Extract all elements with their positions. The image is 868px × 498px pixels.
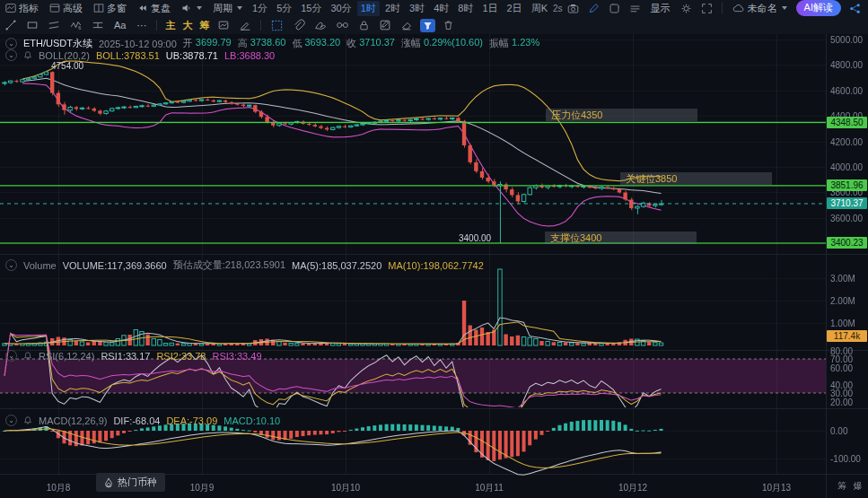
main-chart-canvas[interactable] bbox=[0, 34, 868, 498]
brush-icon bbox=[314, 19, 327, 31]
timeframe-3时[interactable]: 3时 bbox=[406, 1, 428, 16]
drawing-toolbar: 6 Aa ⋯ 主 大 筹 bbox=[0, 16, 868, 35]
list-button[interactable] bbox=[625, 3, 645, 14]
timeframe-8时[interactable]: 8时 bbox=[454, 1, 477, 16]
timeframe-30分[interactable]: 30分 bbox=[328, 1, 355, 16]
quick-pencil-icon bbox=[239, 19, 251, 31]
fullscreen-button[interactable] bbox=[697, 3, 717, 14]
hot-coins-button[interactable]: 热门币种 bbox=[96, 473, 165, 492]
annotation-resistance[interactable]: 压力位4350 bbox=[546, 109, 697, 121]
list-icon bbox=[629, 3, 641, 14]
paperclip-icon bbox=[293, 19, 305, 31]
template-menu[interactable]: 未命名 bbox=[727, 2, 793, 15]
timeframe-5分[interactable]: 5分 bbox=[273, 1, 295, 16]
collapse-main-icon[interactable]: ⌄ bbox=[5, 38, 17, 49]
delete-drawings-tool[interactable] bbox=[438, 19, 459, 31]
text-tool-label: Aa bbox=[114, 20, 126, 31]
timeframe-1分[interactable]: 1分 bbox=[249, 1, 271, 16]
period-label: 周期 bbox=[213, 2, 232, 15]
annotation-support[interactable]: 支撑位3400 bbox=[545, 232, 697, 244]
collapse-volume-icon[interactable]: ⌄ bbox=[5, 259, 17, 271]
text-tool[interactable]: Aa bbox=[109, 20, 131, 31]
settings-button[interactable] bbox=[676, 3, 697, 14]
ai-analysis-button[interactable]: AI解读 bbox=[796, 0, 841, 16]
liquidation-corner-button[interactable]: 爆 bbox=[854, 480, 863, 493]
camera-icon bbox=[567, 3, 579, 14]
share-button[interactable] bbox=[845, 3, 868, 14]
lock-tool[interactable] bbox=[354, 19, 374, 31]
collapse-rsi-icon[interactable]: ⌄ bbox=[5, 350, 17, 362]
screenshot-button[interactable] bbox=[563, 3, 583, 14]
filter-tool-active[interactable] bbox=[420, 19, 435, 32]
rect-tool[interactable] bbox=[22, 19, 43, 31]
note-tool[interactable] bbox=[374, 19, 396, 31]
quick-draw-tool[interactable] bbox=[234, 19, 256, 31]
timeframe-15分[interactable]: 15分 bbox=[297, 1, 325, 16]
delay-indicator: 2s bbox=[553, 4, 563, 13]
menu-replay-label: 复盘 bbox=[151, 2, 171, 15]
timeframe-1时[interactable]: 1时 bbox=[357, 1, 380, 16]
timeframe-1日[interactable]: 1日 bbox=[478, 1, 501, 16]
menu-multiwindow[interactable]: 多窗 bbox=[88, 2, 132, 15]
timeframe-2日[interactable]: 2日 bbox=[504, 1, 526, 16]
chips-toggle[interactable]: 筹 bbox=[196, 19, 213, 32]
timeframe-2时[interactable]: 2时 bbox=[381, 1, 404, 16]
menu-indicators-label: 指标 bbox=[19, 2, 39, 15]
funnel-icon bbox=[423, 21, 433, 31]
chips-corner-button[interactable]: 筹 bbox=[837, 480, 846, 493]
collapse-macd-icon[interactable]: ⌄ bbox=[5, 415, 17, 426]
timeframe-4时[interactable]: 4时 bbox=[430, 1, 452, 16]
attach-tool[interactable] bbox=[288, 19, 310, 31]
chart-area: ⌄ ETH/USDT永续 2025-10-12 09:00 开3699.79 高… bbox=[0, 34, 868, 498]
top-toolbar: 指标 高级 多窗 复盘 周期 1分5分15分30分1时2时3时4时8时1日2日周… bbox=[0, 0, 868, 17]
menu-indicators[interactable]: 指标 bbox=[0, 2, 44, 15]
main-chart-toggle[interactable]: 主 bbox=[162, 19, 179, 32]
wave-icon: 6 bbox=[69, 19, 83, 31]
expand-icon bbox=[701, 3, 713, 14]
advanced-icon bbox=[49, 3, 60, 13]
collapse-boll-icon[interactable]: ⌄ bbox=[5, 49, 17, 61]
draw-mode-button[interactable] bbox=[583, 3, 604, 14]
layout-button[interactable] bbox=[604, 3, 625, 14]
indicator-icon bbox=[5, 3, 16, 13]
trading-app: 指标 高级 多窗 复盘 周期 1分5分15分30分1时2时3时4时8时1日2日周… bbox=[0, 0, 868, 498]
image-icon bbox=[217, 19, 230, 31]
parallel-channel-tool[interactable] bbox=[43, 19, 65, 31]
pencil-icon bbox=[588, 3, 600, 14]
menu-advanced-label: 高级 bbox=[63, 2, 83, 15]
period-menu[interactable]: 周期 bbox=[207, 2, 248, 15]
timeframe-周K[interactable]: 周K bbox=[528, 1, 551, 16]
flame-icon bbox=[104, 477, 113, 488]
marquee-icon bbox=[270, 19, 284, 32]
chevron-down-icon bbox=[237, 6, 242, 10]
eraser-tool[interactable] bbox=[396, 19, 417, 31]
replay-icon bbox=[137, 3, 148, 13]
measure-tool[interactable] bbox=[87, 19, 109, 31]
wave-tool[interactable]: 6 bbox=[65, 19, 87, 31]
multiwindow-icon bbox=[93, 3, 104, 13]
menu-replay[interactable]: 复盘 bbox=[132, 2, 176, 15]
brush-tool[interactable] bbox=[310, 19, 331, 31]
rect-icon bbox=[26, 19, 39, 31]
cloud-icon bbox=[732, 4, 745, 13]
chevron-down-icon bbox=[197, 6, 202, 10]
image-annotation-tool[interactable] bbox=[213, 19, 234, 31]
more-tools[interactable]: ⋯ bbox=[131, 20, 152, 31]
display-menu[interactable]: 显示 bbox=[645, 2, 676, 15]
large-view-toggle[interactable]: 大 bbox=[179, 19, 196, 32]
svg-text:6: 6 bbox=[78, 25, 81, 31]
compare-icon bbox=[336, 19, 349, 31]
alert-sound-button[interactable] bbox=[176, 3, 207, 13]
marquee-select-tool[interactable] bbox=[266, 19, 288, 32]
trendline-tool[interactable] bbox=[0, 19, 22, 31]
annotation-keylevel[interactable]: 关键位3850 bbox=[620, 172, 772, 185]
eraser-icon bbox=[400, 19, 413, 31]
compare-tool[interactable] bbox=[331, 19, 354, 31]
gear-icon bbox=[680, 3, 692, 14]
measure-icon bbox=[92, 19, 104, 31]
template-name: 未命名 bbox=[748, 2, 777, 15]
menu-multiwindow-label: 多窗 bbox=[107, 2, 127, 15]
timeframe-list: 1分5分15分30分1时2时3时4时8时1日2日周K bbox=[248, 1, 552, 16]
display-label: 显示 bbox=[651, 2, 671, 15]
menu-advanced[interactable]: 高级 bbox=[44, 2, 88, 15]
